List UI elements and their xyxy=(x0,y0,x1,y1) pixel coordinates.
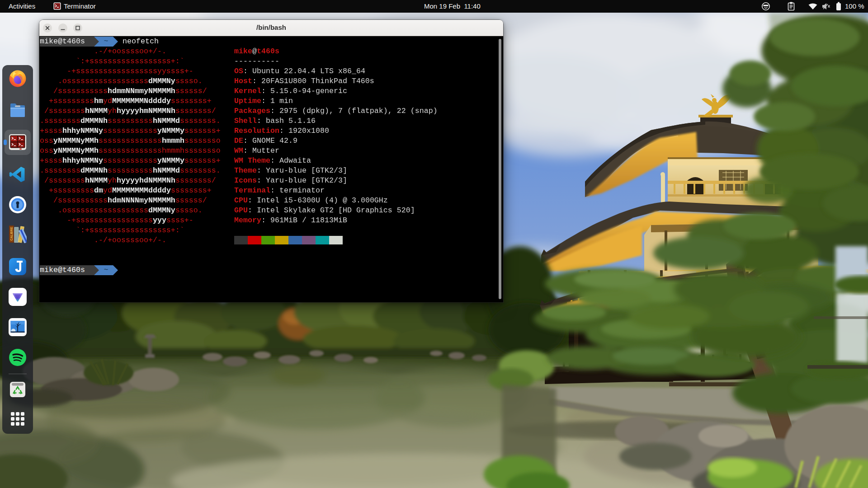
svg-text:CALIBRE: CALIBRE xyxy=(10,227,13,241)
